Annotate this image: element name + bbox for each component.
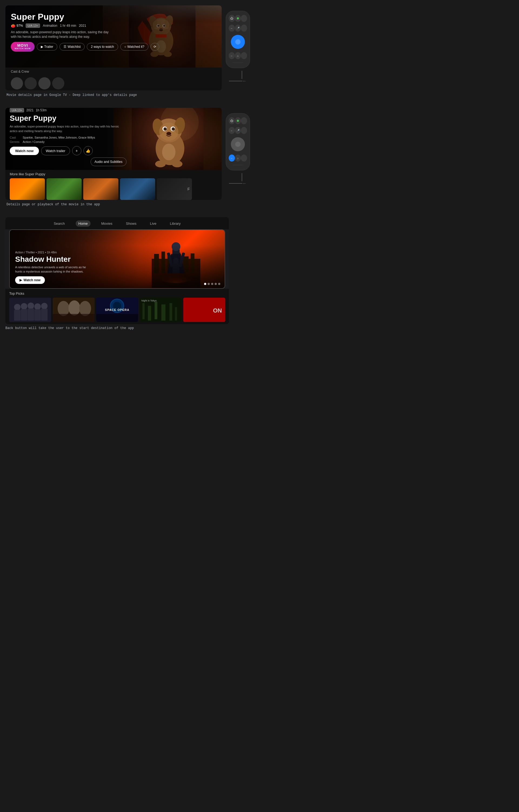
ways-to-watch-button[interactable]: 2 ways to watch [87,43,118,51]
nav-movies[interactable]: Movies [99,221,115,227]
cast-thumb-1 [11,77,23,89]
conn-line-h-area: ← [229,79,247,83]
certificate-badge-1: U/A 13+ [26,24,40,28]
night-tokyo-label: Night in Tokyo [141,299,157,302]
mic-button-1[interactable] [235,15,241,22]
audio-subtitles-button[interactable]: Audio and Subtitles [90,157,127,166]
home-button-1[interactable]: ⌂ [235,52,241,59]
back-btn-2a[interactable]: ← [229,127,235,134]
remote-1-nav-row: ← ⌂ [229,52,247,59]
back-button-1[interactable]: ← [229,25,235,32]
back-nav-button-1[interactable]: ← [229,52,235,59]
mic-center-1[interactable]: 🎤 [235,25,241,32]
action-buttons-2: Watch now Watch trailer + 👍 Audio and Su… [10,146,127,166]
ok-button-1[interactable] [231,35,245,49]
nav-shows[interactable]: Shows [123,221,139,227]
share-icon: ⟳ [154,45,156,49]
remote-divider-1 [233,62,243,63]
space-opera-label: SPACE OPERA [96,298,138,322]
tomato-icon: 🍅 [11,24,16,28]
dot-1 [204,283,206,285]
cert-badge-2: U/A 13+ [10,108,24,112]
duration-text-1: 1 hr 49 min [60,24,76,28]
menu-button-1[interactable] [241,15,247,22]
svg-rect-62 [53,314,94,322]
svg-point-59 [58,301,70,316]
top-picks-section: Top Picks [5,289,229,324]
movi-label: MOVI [17,44,28,48]
top-pick-4[interactable]: Night in Tokyo [140,298,182,322]
remote-2-nav-row: ← ⌂ [229,154,247,162]
back-nav-icon: ← [230,157,233,160]
svg-point-31 [166,132,171,135]
watch-trailer-button[interactable]: Watch trailer [41,146,70,155]
more-like-thumb-4[interactable] [120,178,155,200]
cast-thumb-3 [38,77,51,89]
more-like-thumb-3[interactable] [83,178,118,200]
hero-watch-now-button[interactable]: ▶ Watch now [15,276,45,284]
extra-button-2[interactable] [241,127,247,134]
watch-now-button-2[interactable]: Watch now [10,147,39,155]
trailer-button-1[interactable]: ▶ Trailer [37,43,58,51]
conn-2-h-area: ← [229,181,247,185]
thumbs-up-icon: 👍 [86,149,90,153]
top-pick-1[interactable] [9,298,51,322]
play-icon-1: ▶ [41,45,43,49]
extra-nav-1[interactable] [241,52,247,59]
remote-2: ⏻ ← 🎤 ← ⌂ [226,113,250,170]
hero-dots [204,283,220,285]
top-pick-2[interactable] [53,298,94,322]
watchlist-button-1[interactable]: ☰ Watchlist [59,43,85,51]
genre-text-1: Animation [43,24,57,28]
nav-search[interactable]: Search [51,221,67,227]
power-button-2[interactable]: ⏻ [229,117,235,124]
add-button[interactable]: + [72,146,81,155]
cast-thumb-4 [52,77,64,89]
eye-icon: ○ [124,45,126,49]
top-pick-3[interactable]: SPACE OPERA [96,298,138,322]
home-button-2[interactable]: ⌂ [235,154,241,162]
mic-indicator-2[interactable] [235,117,241,124]
app-home-screen: Search Home Movies Shows Live Library [5,217,229,324]
more-like-thumb-2[interactable] [47,178,82,200]
svg-point-29 [165,128,166,128]
ok-button-2[interactable] [231,137,245,151]
watched-it-button[interactable]: ○ Watched it? [120,43,148,51]
cast-row: Cast Sparkie, Samantha Jones, Mike Johns… [10,136,127,139]
caption-2: Details page or playback of the movie in… [5,200,222,212]
nav-home[interactable]: Home [76,221,90,227]
movi-watch-now-button[interactable]: MOVI WATCH NOW [11,42,35,52]
remote-1-mid-row: ← 🎤 [229,25,247,32]
back-nav-button-2[interactable]: ← [229,154,235,162]
nav-library[interactable]: Library [167,221,184,227]
menu-button-2[interactable] [241,117,247,124]
mic-center-2[interactable]: 🎤 [235,127,241,134]
more-like-section: More like Super Puppy F [5,170,222,200]
like-button[interactable]: 👍 [84,146,93,155]
tp-2-svg [53,298,94,322]
tp-1-svg [9,298,51,322]
more-like-thumb-5[interactable]: F [157,178,192,200]
top-picks-title: Top Picks [9,291,225,295]
extra-button-1[interactable] [241,25,247,32]
extra-nav-2[interactable] [241,154,247,162]
power-button-1[interactable]: ⏻ [229,15,235,22]
dot-3 [211,283,213,285]
top-pick-5[interactable]: ON [183,298,225,322]
nav-live[interactable]: Live [147,221,159,227]
svg-rect-76 [183,298,225,322]
rating-tomato: 🍅 97% [11,24,23,28]
svg-point-30 [174,128,174,128]
svg-rect-53 [14,310,21,321]
svg-rect-57 [41,309,48,321]
action-buttons-1: MOVI WATCH NOW ▶ Trailer ☰ Watchlist [11,42,216,52]
more-like-thumb-1[interactable] [10,178,45,200]
dot-2 [208,283,210,285]
section-3: Search Home Movies Shows Live Library [5,217,254,331]
movi-sub-label: WATCH NOW [15,48,31,50]
power-icon-2: ⏻ [230,119,233,122]
top-picks-row: SPACE OPERA [9,298,225,322]
share-button[interactable]: ⟳ [151,43,159,51]
movie-meta-1: 🍅 97% U/A 13+ Animation 1 hr 49 min 2021 [11,24,216,28]
caption-3: Back button will take the user to the st… [5,324,229,331]
